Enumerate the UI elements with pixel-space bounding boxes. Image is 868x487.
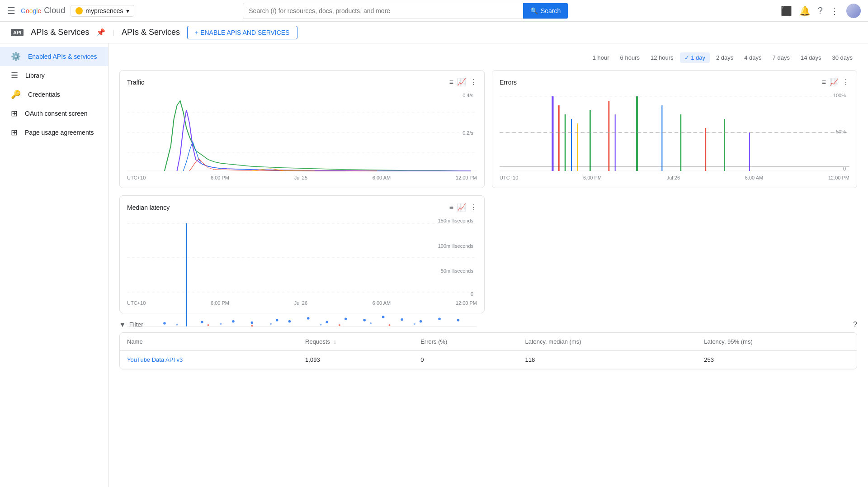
time-btn-12h[interactable]: 12 hours — [646, 52, 678, 63]
latency-chart-actions: ≡ 📈 ⋮ — [449, 203, 477, 212]
svg-point-45 — [320, 324, 321, 326]
terminal-icon[interactable]: ⬛ — [781, 5, 792, 16]
errors-x-0: UTC+10 — [500, 175, 518, 180]
errors-graph-icon[interactable]: 📈 — [830, 78, 839, 86]
svg-point-28 — [201, 321, 203, 323]
traffic-y-top: 0.4/s — [462, 93, 473, 98]
project-dropdown-icon: ▾ — [126, 7, 129, 14]
time-btn-14d[interactable]: 14 days — [796, 52, 826, 63]
svg-point-30 — [251, 322, 254, 324]
more-icon[interactable]: ⋮ — [830, 5, 839, 16]
errors-x-4: 12:00 PM — [828, 175, 849, 180]
svg-point-51 — [388, 324, 390, 326]
svg-point-33 — [307, 317, 310, 320]
svg-point-47 — [414, 323, 415, 325]
traffic-x-3: 6:00 AM — [373, 175, 391, 180]
bell-icon[interactable]: 🔔 — [799, 5, 811, 16]
latency-y-150: 150milliseconds — [438, 218, 473, 223]
errors-x-labels: UTC+10 6:00 PM Jul 26 6:00 AM 12:00 PM — [500, 175, 849, 180]
errors-y-bot: 0 — [843, 166, 846, 171]
latency-y-50: 50milliseconds — [441, 268, 473, 274]
time-btn-1d[interactable]: ✓ 1 day — [680, 52, 710, 63]
svg-point-35 — [344, 318, 347, 321]
time-btn-2d[interactable]: 2 days — [712, 52, 738, 63]
sidebar-item-label-credentials: Credentials — [28, 91, 60, 98]
sidebar-item-credentials[interactable]: 🔑 Credentials — [0, 85, 108, 104]
latency-legend-icon[interactable]: ≡ — [449, 203, 453, 212]
latency-y-100: 100milliseconds — [438, 243, 473, 249]
row-name: YouTube Data API v3 — [120, 351, 298, 369]
google-cloud-logo: Google Cloud — [21, 6, 65, 15]
time-btn-30d[interactable]: 30 days — [827, 52, 857, 63]
table-help-icon[interactable]: ? — [853, 321, 857, 329]
table-row: YouTube Data API v3 1,093 0 118 253 — [120, 351, 857, 369]
svg-point-27 — [163, 322, 166, 325]
col-requests[interactable]: Requests ↓ — [298, 333, 413, 351]
search-button[interactable]: 🔍 Search — [523, 3, 568, 19]
row-requests: 1,093 — [298, 351, 413, 369]
traffic-x-labels: UTC+10 6:00 PM Jul 25 6:00 AM 12:00 PM — [127, 175, 477, 180]
avatar[interactable] — [846, 4, 861, 18]
project-selector[interactable]: mypresences ▾ — [71, 5, 134, 17]
errors-svg — [500, 92, 849, 173]
sidebar: ⚙️ Enabled APIs & services ☰ Library 🔑 C… — [0, 43, 108, 487]
google-logo-text: Google — [21, 7, 41, 14]
traffic-legend-icon[interactable]: ≡ — [449, 78, 453, 86]
svg-point-38 — [401, 318, 403, 321]
breadcrumb: APIs & Services — [122, 28, 180, 37]
errors-legend-icon[interactable]: ≡ — [822, 78, 826, 86]
hamburger-icon[interactable]: ☰ — [7, 5, 15, 16]
table-wrap: Name Requests ↓ Errors (%) Latency, medi… — [119, 332, 857, 369]
traffic-graph-icon[interactable]: 📈 — [457, 78, 466, 86]
layout: ⚙️ Enabled APIs & services ☰ Library 🔑 C… — [0, 43, 868, 487]
oauth-icon: ⊞ — [11, 109, 18, 118]
time-btn-7d[interactable]: 7 days — [768, 52, 794, 63]
svg-point-50 — [339, 324, 340, 326]
row-latency-95: 253 — [697, 351, 857, 369]
sidebar-item-library[interactable]: ☰ Library — [0, 66, 108, 85]
sidebar-item-page-usage[interactable]: ⊞ Page usage agreements — [0, 123, 108, 142]
sidebar-item-enabled-apis[interactable]: ⚙️ Enabled APIs & services — [0, 47, 108, 66]
errors-y-top: 100% — [833, 93, 846, 98]
charts-row-1: Traffic ≡ 📈 ⋮ — [119, 70, 857, 188]
help-icon[interactable]: ? — [818, 5, 823, 16]
table-body: YouTube Data API v3 1,093 0 118 253 — [120, 351, 857, 369]
api-name-link[interactable]: YouTube Data API v3 — [127, 356, 183, 363]
row-errors: 0 — [413, 351, 518, 369]
traffic-x-2: Jul 25 — [294, 175, 307, 180]
latency-more-icon[interactable]: ⋮ — [470, 203, 477, 212]
traffic-chart-header: Traffic ≡ 📈 ⋮ — [127, 78, 477, 86]
time-btn-1h[interactable]: 1 hour — [588, 52, 614, 63]
time-selector: 1 hour6 hours12 hours✓ 1 day2 days4 days… — [119, 52, 857, 63]
sidebar-item-oauth[interactable]: ⊞ OAuth consent screen — [0, 104, 108, 123]
traffic-x-1: 6:00 PM — [211, 175, 229, 180]
col-name: Name — [120, 333, 298, 351]
cloud-text: Cloud — [44, 6, 65, 15]
latency-chart-header: Median latency ≡ 📈 ⋮ — [127, 203, 477, 212]
pin-icon[interactable]: 📌 — [96, 28, 105, 37]
latency-chart-title: Median latency — [127, 204, 170, 211]
errors-chart-card: Errors ≡ 📈 ⋮ — [492, 70, 857, 188]
enable-apis-button[interactable]: + ENABLE APIS AND SERVICES — [187, 26, 297, 39]
svg-point-46 — [370, 322, 372, 324]
traffic-svg — [127, 92, 477, 173]
latency-svg — [127, 217, 477, 330]
errors-more-icon[interactable]: ⋮ — [842, 78, 849, 86]
latency-chart-area: 150milliseconds 100milliseconds 50millis… — [127, 217, 477, 298]
time-btn-6h[interactable]: 6 hours — [616, 52, 644, 63]
errors-x-2: Jul 26 — [667, 175, 680, 180]
time-btn-4d[interactable]: 4 days — [740, 52, 766, 63]
library-icon: ☰ — [11, 71, 18, 80]
traffic-y-mid: 0.2/s — [462, 130, 473, 136]
svg-point-41 — [457, 319, 460, 322]
enabled-apis-icon: ⚙️ — [11, 52, 21, 61]
traffic-more-icon[interactable]: ⋮ — [470, 78, 477, 86]
sidebar-item-label-library: Library — [25, 72, 45, 79]
latency-graph-icon[interactable]: 📈 — [457, 203, 466, 212]
sidebar-item-label-enabled: Enabled APIs & services — [28, 53, 97, 60]
search-input[interactable] — [243, 7, 523, 14]
traffic-x-4: 12:00 PM — [456, 175, 477, 180]
errors-chart-header: Errors ≡ 📈 ⋮ — [500, 78, 849, 86]
svg-point-43 — [220, 323, 222, 325]
traffic-chart-area: 0.4/s 0.2/s — [127, 92, 477, 173]
